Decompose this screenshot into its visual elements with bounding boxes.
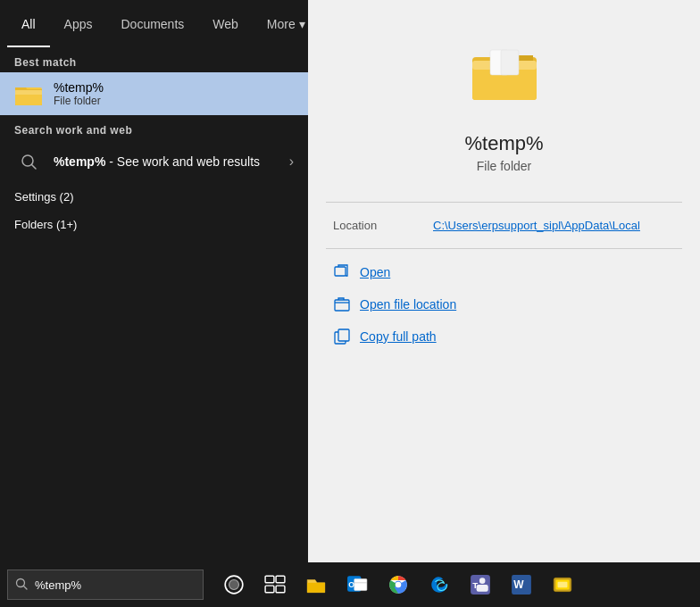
svg-rect-24 — [354, 578, 367, 590]
svg-point-29 — [396, 582, 402, 588]
folders-link[interactable]: Folders (1+) — [0, 211, 308, 238]
taskbar-explorer-button[interactable] — [296, 565, 336, 604]
tab-apps[interactable]: Apps — [50, 0, 107, 47]
search-web-item[interactable]: %temp% - See work and web results › — [0, 140, 308, 183]
svg-rect-19 — [265, 576, 274, 583]
folder-icon-svg — [469, 36, 540, 107]
open-icon — [333, 263, 351, 281]
action-open-file-location-label: Open file location — [360, 297, 456, 312]
action-copy-full-path-label: Copy full path — [360, 329, 437, 344]
detail-title: %temp% — [464, 132, 543, 155]
taskbar-word-button[interactable]: W — [502, 565, 541, 604]
best-match-title: %temp% — [54, 80, 104, 95]
copy-icon — [333, 328, 351, 345]
divider-mid — [326, 248, 682, 249]
svg-line-16 — [24, 586, 28, 589]
taskbar-overflow-button[interactable] — [543, 565, 582, 604]
tab-web[interactable]: Web — [198, 0, 253, 47]
svg-point-10 — [503, 70, 528, 95]
taskbar-teams-button[interactable]: T — [461, 565, 500, 604]
taskbar-cortana-button[interactable] — [214, 565, 254, 604]
settings-link[interactable]: Settings (2) — [0, 183, 308, 211]
divider-top — [326, 202, 682, 203]
svg-rect-22 — [276, 586, 285, 593]
action-copy-full-path[interactable]: Copy full path — [326, 320, 682, 353]
taskbar-search-icon — [15, 578, 28, 593]
taskbar: O T — [0, 562, 700, 607]
location-label: Location — [333, 219, 422, 232]
search-web-icon — [14, 147, 43, 176]
search-web-text: %temp% - See work and web results — [54, 154, 260, 169]
action-open[interactable]: Open — [326, 256, 682, 288]
svg-rect-11 — [335, 267, 346, 276]
best-match-header: Best match — [0, 47, 308, 72]
folder-icon-small — [14, 79, 43, 108]
chevron-down-icon: ▾ — [299, 17, 305, 31]
open-file-location-icon — [333, 295, 351, 313]
best-match-item[interactable]: %temp% File folder — [0, 72, 308, 115]
tab-documents[interactable]: Documents — [106, 0, 198, 47]
detail-subtitle: File folder — [477, 159, 531, 173]
svg-line-4 — [32, 165, 37, 170]
svg-text:W: W — [513, 578, 524, 591]
taskbar-taskview-button[interactable] — [255, 565, 295, 604]
svg-rect-14 — [338, 329, 349, 341]
action-open-file-location[interactable]: Open file location — [326, 288, 682, 320]
chevron-right-icon: › — [289, 154, 294, 170]
best-match-text: %temp% File folder — [54, 80, 104, 107]
right-panel: %temp% File folder Location C:\Users\erp… — [308, 0, 700, 562]
taskbar-search[interactable] — [7, 570, 204, 600]
nav-tabs: All Apps Documents Web More ▾ ··· — [0, 0, 308, 47]
location-value[interactable]: C:\Users\erpsupport_sipl\AppData\Local — [433, 219, 640, 232]
search-web-header: Search work and web — [0, 115, 308, 140]
svg-rect-12 — [335, 300, 349, 311]
taskbar-icons: O T — [214, 565, 582, 604]
best-match-subtitle: File folder — [54, 95, 104, 107]
location-row: Location C:\Users\erpsupport_sipl\AppDat… — [326, 210, 682, 241]
results-panel: Best match %temp% File folder — [0, 47, 308, 562]
left-panel: All Apps Documents Web More ▾ ··· — [0, 0, 308, 562]
file-icon-large — [469, 36, 540, 107]
svg-rect-38 — [558, 582, 568, 588]
taskbar-chrome-button[interactable] — [379, 565, 418, 604]
taskbar-outlook-button[interactable]: O — [338, 565, 377, 604]
taskbar-search-input[interactable] — [35, 578, 196, 592]
svg-rect-20 — [276, 576, 285, 583]
svg-rect-2 — [15, 90, 42, 95]
svg-text:O: O — [348, 580, 354, 589]
svg-point-32 — [479, 578, 486, 584]
tab-all[interactable]: All — [7, 0, 50, 47]
svg-rect-21 — [265, 586, 274, 593]
svg-point-18 — [229, 580, 239, 590]
action-open-label: Open — [360, 265, 390, 279]
svg-rect-33 — [477, 585, 488, 592]
tab-more[interactable]: More ▾ — [253, 0, 320, 47]
taskbar-edge-button[interactable] — [420, 565, 459, 604]
